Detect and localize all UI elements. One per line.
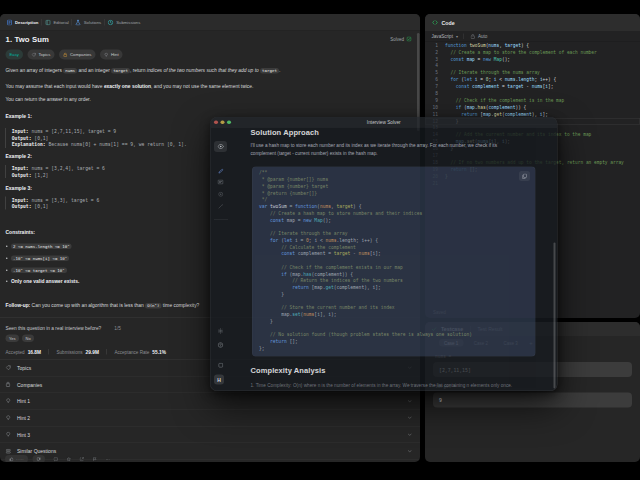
eye-button[interactable] <box>214 141 227 152</box>
line-number: 2 <box>425 49 445 56</box>
text-run: . <box>279 68 280 74</box>
editor-line: 10 if (map.has(complement)) { <box>425 104 640 111</box>
overlay-code-line: /** <box>259 169 535 176</box>
help-button[interactable] <box>214 340 227 351</box>
badge-topics[interactable]: Topics <box>27 50 54 60</box>
toolbar-divider <box>463 34 464 40</box>
code-token: map <box>287 217 295 223</box>
complexity-analysis-line: 1. Time Complexity: O(n) where n is the … <box>251 383 549 389</box>
difficulty-badge[interactable]: Easy <box>6 50 23 60</box>
code-token: )) { <box>515 105 526 110</box>
line-number: 7 <box>425 83 445 90</box>
tab-label: Editorial <box>53 20 68 25</box>
stat-acceptance-rate: Acceptance Rate55.1% <box>114 349 166 355</box>
pencil-button[interactable] <box>214 166 227 177</box>
code-token: ), <box>532 111 540 116</box>
code-token: } <box>259 291 284 297</box>
overlay-scrollbar[interactable] <box>554 243 556 389</box>
code-token <box>259 311 281 317</box>
code-token: has <box>303 271 311 277</box>
tab-description[interactable]: Description <box>4 14 42 31</box>
star-icon[interactable] <box>66 457 71 462</box>
code-token <box>259 338 270 344</box>
wand-button[interactable] <box>214 201 227 212</box>
card-button[interactable] <box>214 177 227 188</box>
line-code: const complement = target - nums[i]; <box>445 83 553 90</box>
code-token: return <box>461 111 477 116</box>
code-token: map <box>292 271 300 277</box>
accordion-label: Companies <box>17 382 42 388</box>
accordion-hint-2[interactable]: Hint 2 <box>0 410 420 427</box>
overlay-code-line: if (map.has(complement)) { <box>259 270 535 277</box>
accordion-hint-1[interactable]: Hint 1 <box>0 393 420 410</box>
overlay-code-line: // Create a hash map to store numbers an… <box>259 210 535 217</box>
code-token: - <box>350 251 358 257</box>
code-chip: -10⁹ <= target <= 10⁹ <box>11 268 67 274</box>
code-token: // Return the indices of the two numbers <box>259 278 403 284</box>
more-icon[interactable] <box>105 457 110 462</box>
code-token: nums <box>532 84 543 89</box>
code-token: new <box>303 217 311 223</box>
badge-companies[interactable]: Companies <box>59 50 96 60</box>
share-icon[interactable] <box>79 457 84 462</box>
interview-solver-window[interactable]: Interview Solver H Solution Approach I'l… <box>210 117 558 391</box>
book-icon <box>45 19 51 25</box>
tab-editorial[interactable]: Editorial <box>42 14 72 31</box>
code-token: )) { <box>342 271 353 277</box>
code-token: // Check if the complement exists in our… <box>259 264 403 270</box>
overlay-code-line <box>259 223 535 230</box>
accordion-label: Hint 3 <box>17 432 30 438</box>
accordion-label: Hint 1 <box>17 398 30 404</box>
dislike-pill[interactable] <box>32 455 45 462</box>
code-token: < <box>317 237 325 243</box>
code-token: // Iterate through the nums array <box>445 70 540 75</box>
code-token: get <box>325 284 333 290</box>
badge-label: Topics <box>38 52 50 57</box>
card-icon <box>218 180 224 185</box>
window-button[interactable] <box>214 360 227 371</box>
testcase-input[interactable]: 9 <box>433 393 632 408</box>
overlay-code-line <box>259 324 535 331</box>
editor-line: 5 // Iterate through the nums array <box>425 70 640 77</box>
accordion-hint-3[interactable]: Hint 3 <box>0 426 420 443</box>
solved-check-icon <box>407 37 412 42</box>
code-token: - <box>524 84 532 89</box>
solution-approach-paragraph: I'll use a hash map to store each number… <box>251 142 513 157</box>
code-token: = <box>287 203 295 209</box>
interview-rating: 1/5 <box>114 326 121 332</box>
code-token: // Calculate the complement <box>259 244 356 250</box>
code-token: map <box>314 284 322 290</box>
overlay-content[interactable]: Solution Approach I'll use a hash map to… <box>243 128 558 391</box>
overlay-titlebar[interactable]: Interview Solver <box>211 118 558 128</box>
tab-solutions[interactable]: Solutions <box>72 14 104 31</box>
tab-submissions[interactable]: Submissions <box>105 14 144 31</box>
gear-button[interactable] <box>214 326 227 337</box>
like-count-pill[interactable]: ····· <box>5 455 28 462</box>
badge-hint[interactable]: Hint <box>100 50 123 60</box>
code-token: function <box>445 43 467 48</box>
no-button[interactable]: No <box>22 335 34 343</box>
comment-icon[interactable] <box>53 457 58 462</box>
code-token: length <box>339 237 356 243</box>
code-token: has <box>478 105 486 110</box>
h-badge[interactable]: H <box>214 375 224 385</box>
overlay-code-line <box>259 257 535 264</box>
code-token: complement <box>336 284 364 290</box>
eye-icon <box>217 144 224 149</box>
tab-label: Submissions <box>116 20 140 25</box>
copy-button[interactable] <box>519 171 530 181</box>
code-token: map <box>467 56 475 61</box>
overlay-code-line: var twoSum = function(nums, target) { <box>259 203 535 210</box>
stat-value: 29.9M <box>86 349 99 355</box>
yes-button[interactable]: Yes <box>6 335 20 343</box>
tag-icon <box>6 365 12 371</box>
code-token: ]; <box>375 284 381 290</box>
code-token <box>259 251 281 257</box>
language-select[interactable]: JavaScript <box>432 34 453 39</box>
constraint-text: Only one valid answer exists. <box>11 279 79 285</box>
feedback-icon[interactable] <box>92 457 97 462</box>
example-key: Explanation: <box>12 142 46 148</box>
code-token: /** <box>259 170 267 176</box>
circle-button[interactable] <box>214 189 227 200</box>
auto-toggle[interactable]: Auto <box>478 34 487 39</box>
